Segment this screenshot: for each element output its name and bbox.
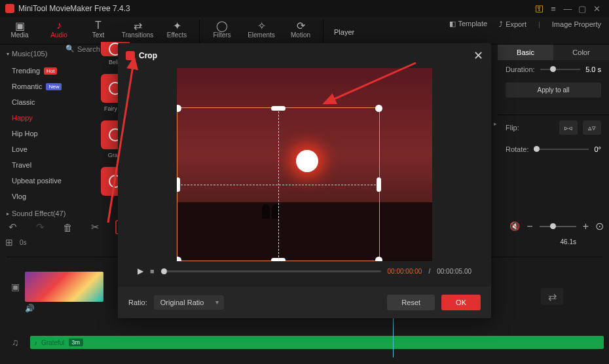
main-toolbar: ▣ Media ♪ Audio T Text ⇄ Transitions ✦ E… <box>0 17 609 45</box>
tab-basic[interactable]: Basic <box>498 45 553 60</box>
tab-transitions[interactable]: ⇄ Transitions <box>118 20 157 39</box>
delete-button[interactable]: 🗑 <box>60 222 75 233</box>
duration-slider[interactable] <box>540 69 581 70</box>
tab-motion-label: Motion <box>281 31 320 39</box>
audio-track: ♫ ♪ Grateful 3m <box>5 334 604 351</box>
apply-to-all-button[interactable]: Apply to all <box>506 82 601 98</box>
timeline-action-row: ↶ ↷ 🗑 ✂ ⛶ <box>5 220 130 234</box>
crop-seek-bar[interactable] <box>161 270 381 272</box>
tab-color[interactable]: Color <box>553 45 609 60</box>
sidebar-item-romantic[interactable]: RomanticNew <box>0 79 85 94</box>
tab-motion[interactable]: ⟳ Motion <box>281 20 320 39</box>
tab-media[interactable]: ▣ Media <box>0 20 39 39</box>
effects-icon: ✦ <box>157 20 196 31</box>
flip-vertical-button[interactable]: ▵▿ <box>583 120 601 135</box>
tab-filters-label: Filters <box>202 31 242 39</box>
crop-handle-n[interactable] <box>271 106 286 111</box>
add-track-icon[interactable]: ⊞ <box>5 237 13 247</box>
reset-button[interactable]: Reset <box>387 295 435 310</box>
audio-clip-tag: 3m <box>69 338 84 346</box>
key-icon[interactable]: ⚿ <box>532 1 546 16</box>
rotate-label: Rotate: <box>506 145 528 153</box>
crop-dialog-close-button[interactable]: ✕ <box>473 48 483 63</box>
menu-icon[interactable]: ≡ <box>546 1 561 16</box>
crop-handle-e[interactable] <box>377 177 381 192</box>
tab-text-label: Text <box>79 31 118 39</box>
video-clip[interactable] <box>25 272 103 302</box>
crop-time-total: 00:00:05.00 <box>437 268 471 275</box>
swap-button[interactable]: ⇄ <box>541 288 563 305</box>
stop-button[interactable]: ■ <box>150 267 155 275</box>
redo-button[interactable]: ↷ <box>33 221 47 233</box>
crop-handle-s[interactable] <box>271 258 286 261</box>
rotate-slider[interactable] <box>534 149 589 150</box>
elements-icon: ✧ <box>242 20 281 31</box>
audio-track-icon: ♫ <box>5 337 25 348</box>
property-panel: Basic Color Duration: 5.0 s Apply to all… <box>498 45 609 158</box>
crop-handle-sw[interactable] <box>177 257 181 261</box>
tab-effects[interactable]: ✦ Effects <box>157 20 196 39</box>
sidebar-item-hiphop[interactable]: Hip Hop <box>0 126 85 141</box>
undo-button[interactable]: ↶ <box>5 221 20 233</box>
zoom-in-icon[interactable]: + <box>583 221 589 232</box>
app-title: MiniTool MovieMaker Free 7.4.3 <box>18 4 130 13</box>
tab-elements[interactable]: ✧ Elements <box>242 20 281 39</box>
player-label: Player <box>326 28 354 36</box>
zoom-out-icon[interactable]: − <box>526 221 532 232</box>
tab-transitions-label: Transitions <box>118 31 157 39</box>
sidebar-item-trending[interactable]: TrendingHot <box>0 63 85 79</box>
crop-handle-w[interactable] <box>177 177 180 192</box>
tab-audio[interactable]: ♪ Audio <box>39 20 79 39</box>
crop-handle-ne[interactable] <box>375 105 382 112</box>
tab-media-label: Media <box>0 31 39 39</box>
video-track-icon: ▣ <box>5 282 25 292</box>
tab-text[interactable]: T Text <box>79 20 118 39</box>
crop-dialog: Crop ✕ ▶ ■ 00:00:00:00 / 00:00:05.00 Rat… <box>118 43 491 318</box>
tab-filters[interactable]: ◯ Filters <box>202 20 242 39</box>
duration-value: 5.0 s <box>585 65 601 73</box>
maximize-icon[interactable]: ▢ <box>575 1 589 16</box>
audio-clip-name: Grateful <box>41 339 65 346</box>
tab-audio-label: Audio <box>39 31 79 39</box>
app-logo-icon <box>5 4 14 13</box>
timeline-zoom: 🔇 − + ⊙ <box>509 220 604 232</box>
audio-clip[interactable]: ♪ Grateful 3m <box>30 336 604 349</box>
sidebar-item-upbeat[interactable]: Upbeat positive <box>0 173 85 189</box>
close-icon[interactable]: ✕ <box>589 1 604 16</box>
sidebar-item-love[interactable]: Love <box>0 141 85 157</box>
crop-handle-se[interactable] <box>375 257 382 261</box>
template-button[interactable]: ◧Template <box>449 20 488 28</box>
tab-effects-label: Effects <box>157 31 196 39</box>
timeline-header: ⊞ 0s <box>5 237 27 247</box>
search-icon: 🔍 <box>65 45 75 53</box>
sidebar: ▾Music(105) TrendingHot RomanticNew Clas… <box>0 45 85 223</box>
split-button[interactable]: ✂ <box>88 221 102 233</box>
sidebar-item-travel[interactable]: Travel <box>0 157 85 173</box>
export-button[interactable]: ⤴Export <box>499 20 526 28</box>
mute-icon[interactable]: 🔇 <box>509 221 520 231</box>
tab-elements-label: Elements <box>242 31 281 39</box>
ok-button[interactable]: OK <box>441 295 481 310</box>
media-icon: ▣ <box>0 20 39 31</box>
rotate-value: 0° <box>594 145 601 153</box>
flip-horizontal-button[interactable]: ▹◃ <box>559 120 578 135</box>
crop-dialog-logo-icon <box>126 51 135 60</box>
sidebar-item-happy[interactable]: Happy <box>0 110 85 126</box>
filters-icon: ◯ <box>202 20 242 31</box>
crop-handle-nw[interactable] <box>177 105 181 112</box>
zoom-fit-icon[interactable]: ⊙ <box>595 220 604 232</box>
zoom-slider[interactable] <box>540 226 576 227</box>
track-volume-icon[interactable]: 🔊 <box>25 304 35 313</box>
play-button[interactable]: ▶ <box>138 266 143 276</box>
crop-dialog-title: Crop <box>139 51 157 60</box>
ratio-label: Ratio: <box>128 299 147 306</box>
ratio-select[interactable]: Original Ratio <box>154 295 224 310</box>
duration-label: Duration: <box>506 65 535 73</box>
sidebar-item-classic[interactable]: Classic <box>0 94 85 110</box>
timeline-start-label: 0s <box>20 239 27 246</box>
sidebar-item-vlog[interactable]: Vlog <box>0 189 85 204</box>
crop-box[interactable] <box>177 107 380 261</box>
motion-icon: ⟳ <box>281 20 320 31</box>
crop-preview[interactable] <box>177 68 432 261</box>
minimize-icon[interactable]: — <box>561 1 575 16</box>
